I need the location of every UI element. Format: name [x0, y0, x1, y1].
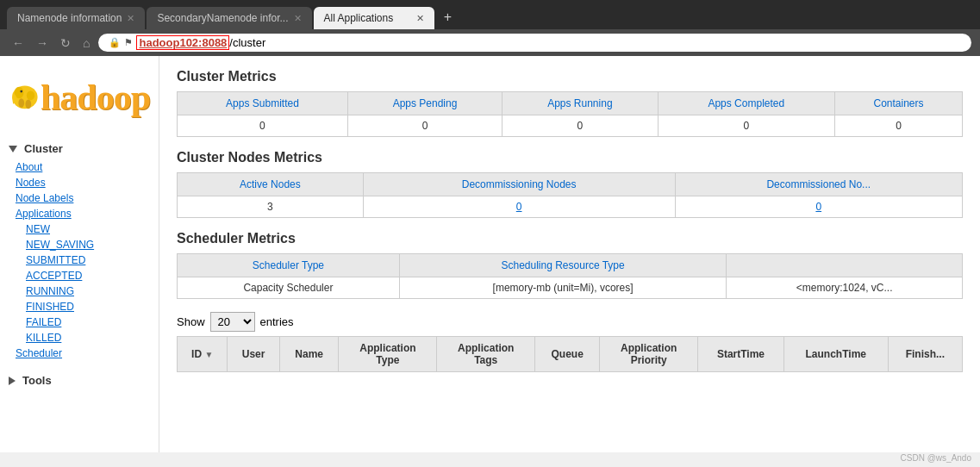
col-decommissioned: Decommissioned No... — [675, 173, 962, 196]
cluster-metrics-table: Apps Submitted Apps Pending Apps Running… — [177, 91, 963, 137]
tab-secondary-close[interactable]: ✕ — [294, 13, 302, 24]
cluster-nodes-title: Cluster Nodes Metrics — [177, 150, 963, 165]
col-app-priority[interactable]: ApplicationPriority — [600, 337, 698, 372]
entries-label: entries — [260, 315, 294, 328]
sidebar-subitem-running[interactable]: RUNNING — [0, 283, 159, 299]
applications-table: ID ▼ User Name ApplicationType Applicati… — [177, 336, 963, 372]
reload-button[interactable]: ↻ — [57, 34, 74, 52]
cluster-metrics-row: 0 0 0 0 0 — [178, 115, 963, 137]
val-apps-pending: 0 — [347, 115, 502, 137]
sidebar-subitem-finished[interactable]: FINISHED — [0, 299, 159, 314]
secure-icon: 🔒 — [109, 37, 121, 48]
sidebar-cluster-title[interactable]: Cluster — [0, 138, 159, 159]
scheduler-row: Capacity Scheduler [memory-mb (unit=Mi),… — [178, 277, 963, 299]
col-id[interactable]: ID ▼ — [178, 337, 228, 372]
scheduler-metrics-title: Scheduler Metrics — [177, 231, 963, 246]
svg-point-5 — [20, 90, 22, 93]
val-apps-completed: 0 — [658, 115, 834, 137]
cluster-nodes-table: Active Nodes Decommissioning Nodes Decom… — [177, 172, 963, 218]
val-scheduler-type: Capacity Scheduler — [178, 277, 400, 299]
cluster-label: Cluster — [24, 142, 63, 155]
home-button[interactable]: ⌂ — [79, 34, 93, 52]
sidebar-subitem-failed[interactable]: FAILED — [0, 314, 159, 330]
tab-namenode-label: Namenode information — [17, 12, 122, 24]
col-apps-completed: Apps Completed — [658, 92, 834, 115]
cluster-metrics-title: Cluster Metrics — [177, 69, 963, 84]
tab-secondary[interactable]: SecondaryNamenode infor... ✕ — [147, 7, 311, 29]
val-scheduler-extra: <memory:1024, vC... — [727, 277, 963, 299]
new-tab-button[interactable]: + — [436, 5, 460, 29]
col-scheduling-resource: Scheduling Resource Type — [399, 254, 726, 277]
val-containers: 0 — [835, 115, 963, 137]
id-sort-icon: ▼ — [204, 350, 213, 359]
address-bar: ← → ↻ ⌂ 🔒 ⚑ hadoop102:8088/cluster — [0, 29, 980, 56]
tab-namenode[interactable]: Namenode information ✕ — [7, 7, 145, 29]
col-queue[interactable]: Queue — [535, 337, 600, 372]
col-user[interactable]: User — [228, 337, 279, 372]
cluster-nodes-row: 3 0 0 — [178, 196, 963, 218]
val-active-nodes: 3 — [178, 196, 364, 218]
sidebar-item-scheduler[interactable]: Scheduler — [0, 346, 159, 361]
tab-bar: Namenode information ✕ SecondaryNamenode… — [0, 0, 980, 29]
browser-chrome: Namenode information ✕ SecondaryNamenode… — [0, 0, 980, 56]
sidebar-subitem-accepted[interactable]: ACCEPTED — [0, 268, 159, 283]
sidebar-item-applications[interactable]: Applications — [0, 206, 159, 221]
sidebar-item-nodelabels[interactable]: Node Labels — [0, 190, 159, 206]
hadoop-elephant-icon — [9, 73, 41, 121]
show-label: Show — [177, 315, 205, 328]
val-decommissioned: 0 — [675, 196, 962, 218]
svg-point-4 — [25, 100, 31, 109]
col-finishtime[interactable]: Finish... — [888, 337, 962, 372]
col-apps-running: Apps Running — [502, 92, 658, 115]
col-containers: Containers — [835, 92, 963, 115]
address-path: /cluster — [229, 36, 265, 49]
scheduler-table: Scheduler Type Scheduling Resource Type … — [177, 253, 963, 299]
col-decommissioning: Decommissioning Nodes — [363, 173, 675, 196]
sidebar-subitem-killed[interactable]: KILLED — [0, 330, 159, 346]
main-content: Cluster Metrics Apps Submitted Apps Pend… — [159, 56, 980, 452]
col-starttime[interactable]: StartTime — [698, 337, 784, 372]
col-scheduler-type: Scheduler Type — [178, 254, 400, 277]
page-body: hadoop Cluster About Nodes Node Labels A… — [0, 56, 980, 452]
tab-secondary-label: SecondaryNamenode infor... — [157, 12, 288, 24]
tab-allapps-label: All Applications — [324, 12, 394, 24]
val-apps-running: 0 — [502, 115, 658, 137]
decommissioning-link[interactable]: 0 — [516, 201, 522, 213]
svg-point-3 — [18, 98, 24, 108]
col-extra — [727, 254, 963, 277]
decommissioned-link[interactable]: 0 — [815, 201, 821, 213]
col-apps-submitted: Apps Submitted — [178, 92, 348, 115]
tab-allapps-close[interactable]: ✕ — [416, 13, 424, 24]
col-active-nodes: Active Nodes — [178, 173, 364, 196]
col-name[interactable]: Name — [279, 337, 339, 372]
col-apps-pending: Apps Pending — [347, 92, 502, 115]
val-decommissioning: 0 — [363, 196, 675, 218]
col-app-type[interactable]: ApplicationType — [339, 337, 437, 372]
lock-icon: ⚑ — [124, 37, 133, 48]
address-input-wrap[interactable]: 🔒 ⚑ hadoop102:8088/cluster — [98, 34, 971, 52]
col-launchtime[interactable]: LaunchTime — [783, 337, 888, 372]
tab-allapps[interactable]: All Applications ✕ — [314, 7, 434, 29]
tools-label: Tools — [22, 374, 52, 387]
svg-point-2 — [27, 90, 34, 100]
forward-button[interactable]: → — [33, 34, 52, 52]
sidebar-item-nodes[interactable]: Nodes — [0, 175, 159, 190]
sidebar-subitem-new[interactable]: NEW — [0, 221, 159, 237]
sidebar: hadoop Cluster About Nodes Node Labels A… — [0, 56, 159, 452]
val-scheduling-resource: [memory-mb (unit=Mi), vcores] — [399, 277, 726, 299]
show-entries-row: Show 10 20 25 50 100 entries — [177, 312, 963, 332]
sidebar-subitem-submitted[interactable]: SUBMITTED — [0, 252, 159, 268]
entries-select[interactable]: 10 20 25 50 100 — [210, 312, 255, 332]
sidebar-subitem-newsaving[interactable]: NEW_SAVING — [0, 237, 159, 252]
back-button[interactable]: ← — [9, 34, 28, 52]
sidebar-item-about[interactable]: About — [0, 159, 159, 175]
sidebar-cluster-section: Cluster About Nodes Node Labels Applicat… — [0, 138, 159, 361]
tools-expand-icon — [9, 377, 16, 385]
tab-namenode-close[interactable]: ✕ — [127, 13, 134, 24]
cluster-expand-icon — [9, 146, 17, 153]
sidebar-tools-title[interactable]: Tools — [0, 370, 159, 391]
col-app-tags[interactable]: ApplicationTags — [437, 337, 535, 372]
address-host: hadoop102:8088 — [136, 35, 229, 50]
hadoop-text: hadoop — [41, 77, 150, 118]
address-highlight: hadoop102:8088/cluster — [136, 36, 265, 49]
